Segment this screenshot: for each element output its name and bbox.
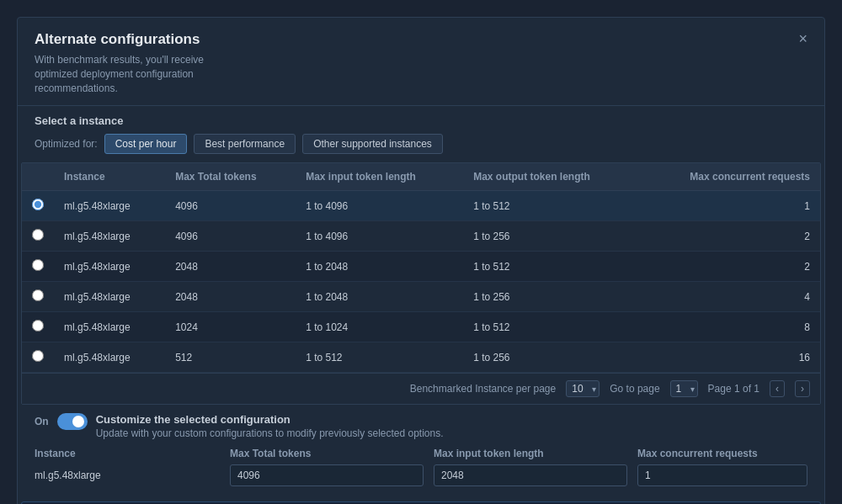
- form-data-row: ml.g5.48xlarge: [35, 464, 807, 486]
- instance-radio-4[interactable]: [32, 320, 44, 332]
- per-page-select[interactable]: 10 25 50: [566, 380, 600, 397]
- max-total-cell: 512: [165, 342, 296, 373]
- table-header-row: Instance Max Total tokens Max input toke…: [22, 163, 820, 191]
- instance-name-cell: ml.g5.48xlarge: [54, 191, 165, 221]
- instance-radio-0[interactable]: [32, 199, 44, 210]
- max-concurrent-cell: 16: [639, 342, 820, 373]
- max-total-cell: 4096: [165, 191, 296, 221]
- pagination-row: Benchmarked Instance per page 10 25 50 G…: [22, 373, 820, 404]
- optimized-for-row: Optimized for: Cost per hour Best perfor…: [18, 130, 824, 162]
- instance-name-cell: ml.g5.48xlarge: [54, 312, 165, 342]
- max-output-cell: 1 to 512: [463, 312, 639, 342]
- radio-cell: [22, 191, 54, 221]
- col-header-max-output: Max output token length: [463, 163, 639, 191]
- max-output-cell: 1 to 512: [463, 252, 639, 282]
- goto-label: Go to page: [610, 383, 659, 395]
- radio-cell: [22, 342, 54, 373]
- instance-name-cell: ml.g5.48xlarge: [54, 282, 165, 312]
- max-total-cell: 2048: [165, 282, 296, 312]
- max-output-cell: 1 to 256: [463, 282, 639, 312]
- instance-name-cell: ml.g5.48xlarge: [54, 252, 165, 282]
- instance-radio-3[interactable]: [32, 289, 44, 301]
- instance-radio-5[interactable]: [32, 350, 44, 362]
- instance-radio-1[interactable]: [32, 229, 44, 241]
- toggle-desc: Update with your custom configurations t…: [96, 427, 444, 439]
- table-row: ml.g5.48xlarge 1024 1 to 1024 1 to 512 8: [22, 312, 820, 342]
- col-header-max-concurrent: Max concurrent requests: [639, 163, 820, 191]
- form-max-total-input[interactable]: [230, 464, 424, 486]
- modal-header: Alternate configurations With benchmark …: [18, 18, 824, 106]
- radio-cell: [22, 282, 54, 312]
- customize-toggle-section: On Customize the selected configuration …: [18, 405, 824, 448]
- form-col-max-concurrent-label: Max concurrent requests: [637, 448, 807, 459]
- radio-cell: [22, 252, 54, 282]
- table-row: ml.g5.48xlarge 4096 1 to 4096 1 to 512 1: [22, 191, 820, 221]
- form-max-input-input[interactable]: [434, 464, 627, 486]
- max-concurrent-cell: 1: [639, 191, 820, 221]
- radio-cell: [22, 312, 54, 342]
- max-total-cell: 1024: [165, 312, 296, 342]
- instance-name-cell: ml.g5.48xlarge: [54, 221, 165, 252]
- modal-close-button[interactable]: ×: [793, 29, 813, 48]
- col-header-radio: [22, 163, 54, 191]
- toggle-title: Customize the selected configuration: [96, 413, 444, 426]
- max-input-cell: 1 to 4096: [296, 191, 463, 221]
- instances-table: Instance Max Total tokens Max input toke…: [22, 163, 820, 373]
- select-instance-label: Select a instance: [18, 106, 824, 130]
- form-header: Instance Max Total tokens Max input toke…: [35, 448, 807, 459]
- max-concurrent-cell: 8: [639, 312, 820, 342]
- max-concurrent-cell: 2: [639, 221, 820, 252]
- form-col-instance-label: Instance: [35, 448, 220, 459]
- max-input-cell: 1 to 512: [296, 342, 463, 373]
- instance-radio-2[interactable]: [32, 259, 44, 271]
- modal-subtitle: With benchmark results, you'll receive o…: [35, 53, 237, 95]
- form-instance-name: ml.g5.48xlarge: [35, 470, 220, 481]
- instance-name-cell: ml.g5.48xlarge: [54, 342, 165, 373]
- max-input-cell: 1 to 2048: [296, 252, 463, 282]
- per-page-select-wrapper: 10 25 50: [566, 380, 600, 397]
- goto-page-select[interactable]: 1: [670, 380, 698, 397]
- optimized-label: Optimized for:: [35, 138, 98, 150]
- max-input-cell: 1 to 1024: [296, 312, 463, 342]
- radio-cell: [22, 221, 54, 252]
- goto-page-select-wrapper: 1: [670, 380, 698, 397]
- max-concurrent-cell: 4: [639, 282, 820, 312]
- instances-table-container: Instance Max Total tokens Max input toke…: [21, 162, 821, 405]
- page-info: Page 1 of 1: [708, 383, 759, 395]
- tab-best-performance[interactable]: Best performance: [194, 134, 296, 154]
- max-input-cell: 1 to 2048: [296, 282, 463, 312]
- max-total-cell: 2048: [165, 252, 296, 282]
- max-concurrent-cell: 2: [639, 252, 820, 282]
- modal-title: Alternate configurations: [35, 31, 807, 48]
- max-output-cell: 1 to 512: [463, 191, 639, 221]
- instances-table-body: ml.g5.48xlarge 4096 1 to 4096 1 to 512 1…: [22, 191, 820, 373]
- form-col-max-total-label: Max Total tokens: [230, 448, 424, 459]
- table-row: ml.g5.48xlarge 2048 1 to 2048 1 to 256 4: [22, 282, 820, 312]
- table-row: ml.g5.48xlarge 2048 1 to 2048 1 to 512 2: [22, 252, 820, 282]
- customize-toggle[interactable]: [57, 413, 88, 430]
- toggle-on-label: On: [35, 416, 49, 427]
- prev-page-button[interactable]: ‹: [770, 380, 785, 397]
- table-row: ml.g5.48xlarge 4096 1 to 4096 1 to 256 2: [22, 221, 820, 252]
- toggle-label-group: Customize the selected configuration Upd…: [96, 413, 444, 439]
- max-output-cell: 1 to 256: [463, 221, 639, 252]
- max-total-cell: 4096: [165, 221, 296, 252]
- max-input-cell: 1 to 4096: [296, 221, 463, 252]
- next-page-button[interactable]: ›: [795, 380, 810, 397]
- tab-other-supported[interactable]: Other supported instances: [302, 134, 443, 154]
- col-header-instance: Instance: [54, 163, 165, 191]
- tab-cost-per-hour[interactable]: Cost per hour: [104, 134, 188, 154]
- toggle-thumb: [72, 416, 84, 427]
- form-max-concurrent-input[interactable]: [637, 464, 807, 486]
- form-col-max-input-label: Max input token length: [434, 448, 627, 459]
- col-header-max-input: Max input token length: [296, 163, 463, 191]
- max-output-cell: 1 to 256: [463, 342, 639, 373]
- per-page-label: Benchmarked Instance per page: [410, 383, 556, 395]
- alternate-configurations-modal: Alternate configurations With benchmark …: [17, 17, 825, 504]
- table-row: ml.g5.48xlarge 512 1 to 512 1 to 256 16: [22, 342, 820, 373]
- custom-form: Instance Max Total tokens Max input toke…: [18, 448, 824, 495]
- toggle-row: On: [35, 413, 88, 430]
- col-header-max-total: Max Total tokens: [165, 163, 296, 191]
